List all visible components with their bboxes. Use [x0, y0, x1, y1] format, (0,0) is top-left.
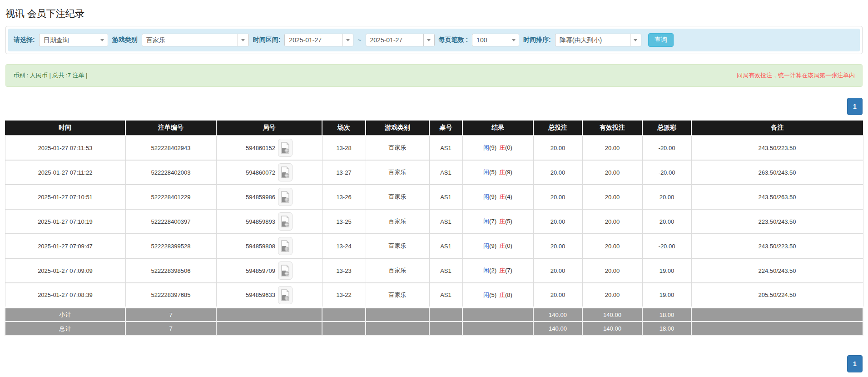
- table-summary: 小计 7 140.00 140.00 18.00 总计 7 140.00 140…: [5, 307, 863, 336]
- video-playback-button[interactable]: [278, 237, 293, 255]
- video-playback-button[interactable]: [278, 163, 293, 181]
- video-playback-icon: [281, 240, 290, 252]
- page-title: 视讯 会员下注纪录: [0, 0, 868, 26]
- session-no: 13-27: [322, 160, 366, 185]
- table-row: 2025-01-27 07:08:39 522228397685 5948596…: [5, 283, 863, 307]
- result-banker-score: (4): [505, 193, 512, 200]
- result-player: 闲: [483, 144, 489, 151]
- result-player-score: (9): [489, 242, 496, 249]
- round-cell: 594859808: [216, 234, 322, 258]
- valid-bet: 20.00: [582, 185, 642, 209]
- header-game-category: 游戏类别: [366, 121, 429, 136]
- result-banker-score: (8): [505, 292, 512, 298]
- table-body: 2025-01-27 07:11:53 522228402943 5948601…: [5, 136, 863, 307]
- payout: 20.00: [642, 209, 691, 234]
- result-cell: 闲(9)庄(0): [462, 234, 533, 258]
- result-cell: 闲(5)庄(9): [462, 160, 533, 185]
- table-no: AS1: [429, 136, 462, 160]
- result-player: 闲: [483, 267, 489, 274]
- bet-time: 2025-01-27 07:11:53: [5, 136, 125, 160]
- subtotal-count: 7: [125, 307, 216, 322]
- empty-cell: [462, 322, 533, 336]
- header-result: 结果: [462, 121, 533, 136]
- bet-records-table: 时间 注单编号 局号 场次 游戏类别 桌号 结果 总投注 有效投注 总派彩 备注…: [5, 121, 863, 336]
- video-playback-icon: [281, 191, 290, 203]
- game-category: 百家乐: [366, 258, 429, 283]
- empty-cell: [691, 307, 863, 322]
- video-playback-button[interactable]: [278, 188, 293, 206]
- game-category: 百家乐: [366, 283, 429, 307]
- result-player: 闲: [483, 218, 489, 225]
- round-cell: 594860152: [216, 136, 322, 160]
- bet-id: 522228400397: [125, 209, 216, 234]
- pagination-page-1-button[interactable]: 1: [847, 98, 863, 115]
- chevron-down-icon[interactable]: [342, 34, 353, 46]
- date-from-select[interactable]: 2025-01-27: [284, 34, 353, 46]
- empty-cell: [216, 307, 322, 322]
- total-row: 总计 7 140.00 140.00 18.00: [5, 322, 863, 336]
- query-type-select[interactable]: 日期查询: [39, 34, 108, 46]
- game-category: 百家乐: [366, 160, 429, 185]
- remark: 224.50/243.50: [691, 258, 863, 283]
- round-cell: 594859893: [216, 209, 322, 234]
- chevron-down-icon[interactable]: [508, 34, 519, 46]
- subtotal-row: 小计 7 140.00 140.00 18.00: [5, 307, 863, 322]
- search-button[interactable]: 查询: [648, 33, 674, 47]
- result-player-score: (5): [489, 292, 496, 298]
- page-size-value: 100: [472, 34, 508, 46]
- video-playback-button[interactable]: [278, 286, 293, 304]
- bet-time: 2025-01-27 07:11:22: [5, 160, 125, 185]
- session-no: 13-25: [322, 209, 366, 234]
- total-bet[interactable]: 20.00: [533, 185, 582, 209]
- time-sort-value: 降幂(由大到小): [556, 34, 630, 46]
- header-session: 场次: [322, 121, 366, 136]
- round-id: 594859709: [246, 267, 275, 274]
- payout: -20.00: [642, 234, 691, 258]
- round-cell: 594859709: [216, 258, 322, 283]
- total-bet[interactable]: 20.00: [533, 160, 582, 185]
- result-banker: 庄: [499, 193, 505, 200]
- header-payout: 总派彩: [642, 121, 691, 136]
- chevron-down-icon[interactable]: [97, 34, 108, 46]
- result-player-score: (9): [489, 193, 496, 200]
- video-playback-button[interactable]: [278, 261, 293, 280]
- remark: 263.50/243.50: [691, 160, 863, 185]
- empty-cell: [216, 322, 322, 336]
- result-player-score: (9): [489, 144, 496, 151]
- empty-cell: [366, 322, 429, 336]
- game-category-select[interactable]: 百家乐: [142, 34, 249, 46]
- total-bet[interactable]: 20.00: [533, 136, 582, 160]
- game-category: 百家乐: [366, 185, 429, 209]
- subtotal-valid-bet: 140.00: [582, 307, 642, 322]
- table-row: 2025-01-27 07:10:51 522228401229 5948599…: [5, 185, 863, 209]
- chevron-down-icon[interactable]: [630, 34, 641, 46]
- empty-cell: [429, 307, 462, 322]
- round-id: 594860072: [246, 169, 275, 176]
- date-range-separator: ~: [357, 36, 361, 44]
- video-playback-icon: [281, 289, 290, 301]
- date-to-select[interactable]: 2025-01-27: [366, 34, 435, 46]
- bet-time: 2025-01-27 07:09:47: [5, 234, 125, 258]
- chevron-down-icon[interactable]: [423, 34, 434, 46]
- query-type-value: 日期查询: [40, 34, 97, 46]
- result-banker-score: (7): [505, 267, 512, 274]
- video-playback-button[interactable]: [278, 139, 293, 157]
- page-size-select[interactable]: 100: [472, 34, 519, 46]
- session-no: 13-26: [322, 185, 366, 209]
- time-range-label: 时间区间:: [253, 36, 281, 44]
- round-id: 594859808: [246, 243, 275, 250]
- header-time: 时间: [5, 121, 125, 136]
- subtotal-label: 小计: [5, 307, 125, 322]
- table-row: 2025-01-27 07:10:19 522228400397 5948598…: [5, 209, 863, 234]
- table-no: AS1: [429, 209, 462, 234]
- total-bet[interactable]: 20.00: [533, 283, 582, 307]
- pagination-page-1-button[interactable]: 1: [847, 355, 863, 372]
- summary-info-bar: 币别 : 人民币 | 总共 :7 注单 | 同局有效投注，统一计算在该局第一张注…: [5, 64, 863, 87]
- total-bet[interactable]: 20.00: [533, 234, 582, 258]
- chevron-down-icon[interactable]: [238, 34, 248, 46]
- result-banker-score: (0): [505, 144, 512, 151]
- total-bet[interactable]: 20.00: [533, 258, 582, 283]
- video-playback-button[interactable]: [278, 212, 293, 231]
- time-sort-select[interactable]: 降幂(由大到小): [555, 34, 641, 46]
- total-bet[interactable]: 20.00: [533, 209, 582, 234]
